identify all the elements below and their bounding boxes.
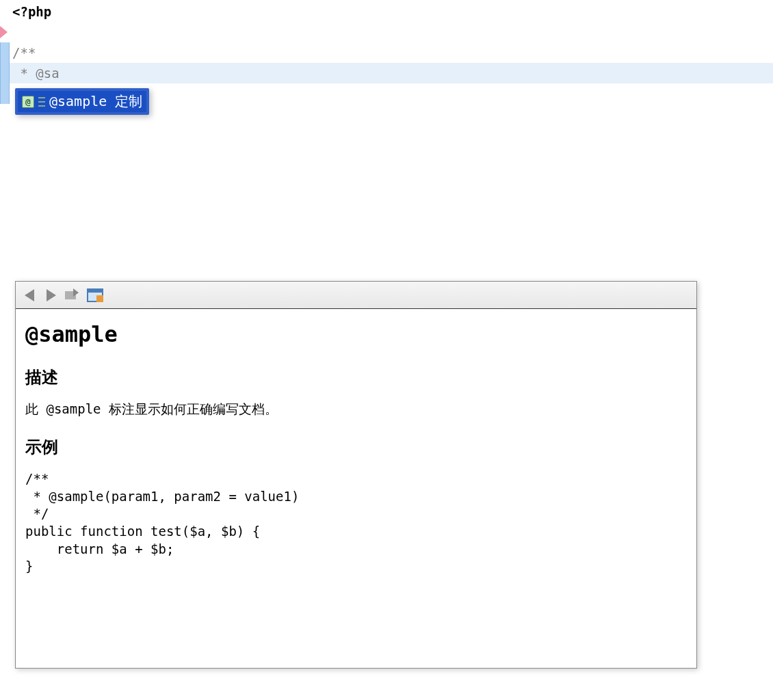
history-icon [65,288,81,302]
open-external-button[interactable] [87,287,103,304]
code-line-4-active[interactable]: * @sa [0,63,773,83]
window-icon [87,288,103,302]
code-text-4: * @sa [10,66,60,81]
gutter-marker-icon [0,42,10,63]
gutter-2 [0,22,10,42]
gutter-1 [0,1,10,22]
autocomplete-item-text: @sample 定制 [49,92,142,111]
code-text-3: /** [10,45,36,60]
doc-title: @sample [25,321,687,347]
code-line-2[interactable] [0,22,773,42]
annotation-icon: @ [22,96,34,108]
arrow-right-icon [47,289,56,301]
code-text-1: <?php [10,4,51,19]
doc-example-code: /** * @sample(param1, param2 = value1) *… [25,470,687,576]
doc-example-heading: 示例 [25,436,687,458]
doc-description-text: 此 @sample 标注显示如何正确编写文档。 [25,401,687,418]
fold-arrow-icon [0,26,8,38]
back-button[interactable] [21,287,38,304]
gutter-marker-icon [0,83,10,104]
autocomplete-lines-icon [38,97,45,107]
code-line-3[interactable]: /** [0,42,773,63]
gutter-4 [0,63,10,83]
forward-button[interactable] [43,287,60,304]
doc-toolbar [16,282,696,309]
doc-content: @sample 描述 此 @sample 标注显示如何正确编写文档。 示例 /*… [16,309,696,588]
gutter-marker-icon [0,63,10,83]
gutter-3 [0,42,10,63]
autocomplete-popup[interactable]: @ @sample 定制 [15,88,149,115]
doc-description-heading: 描述 [25,366,687,388]
code-line-1[interactable]: <?php [0,1,773,22]
history-button[interactable] [65,287,81,304]
documentation-panel: @sample 描述 此 @sample 标注显示如何正确编写文档。 示例 /*… [15,281,697,669]
arrow-left-icon [25,289,34,301]
gutter-5 [0,83,10,104]
